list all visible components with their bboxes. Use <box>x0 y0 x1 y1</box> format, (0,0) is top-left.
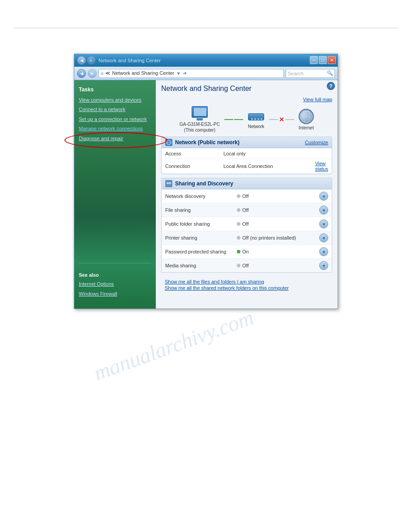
title-forward-btn[interactable]: ▶ <box>87 56 96 65</box>
sharing-row-printer: Printer sharing Off (no printers install… <box>162 231 332 245</box>
forward-button[interactable]: ▶ <box>88 69 97 78</box>
line-seg-1 <box>224 119 233 120</box>
sharing-row-file: File sharing Off ▾ <box>162 203 332 217</box>
node-computer-label: GA-G31M-ES2L-PC(This computer) <box>180 121 220 133</box>
screen <box>194 108 206 116</box>
sidebar-item-connect[interactable]: Connect to a network <box>74 105 156 114</box>
public-folder-dot <box>237 222 240 226</box>
window-body: Tasks View computers and devices Connect… <box>74 80 338 309</box>
access-label: Access <box>165 151 223 156</box>
top-rule <box>13 28 398 28</box>
sidebar-item-manage[interactable]: Manage network connections <box>74 124 156 133</box>
network-diagram: GA-G31M-ES2L-PC(This computer) <box>161 106 332 133</box>
file-sharing-expand[interactable]: ▾ <box>319 206 328 215</box>
help-button[interactable]: ? <box>327 82 335 90</box>
connector-1 <box>224 119 243 120</box>
node-network: Network <box>248 111 265 129</box>
node-internet: Internet <box>299 109 314 130</box>
sharing-section-title: Sharing and Discovery <box>175 180 233 187</box>
title-bar: ◀ ▶ Network and Sharing Center ─ □ ✕ <box>74 54 338 67</box>
sidebar-item-internet-options[interactable]: Internet Options <box>74 279 156 289</box>
printer-sharing-expand[interactable]: ▾ <box>319 233 328 242</box>
customize-link[interactable]: Customize <box>305 140 328 145</box>
access-row: Access Local only <box>162 148 332 159</box>
hub-icon <box>248 111 265 123</box>
line-seg-4 <box>285 119 294 120</box>
address-icon: ≡ <box>101 71 103 76</box>
media-sharing-label: Media sharing <box>165 263 237 268</box>
main-content: Network and Sharing Center View full map… <box>156 80 338 309</box>
node-computer: GA-G31M-ES2L-PC(This computer) <box>180 106 220 133</box>
discovery-dot <box>237 194 240 198</box>
address-text: ≪ Network and Sharing Center <box>105 70 174 76</box>
network-section: Network (Public network) Customize Acces… <box>161 137 332 174</box>
password-sharing-value: On <box>237 249 319 254</box>
node-network-label: Network <box>248 124 265 129</box>
address-bar: ◀ ▶ ≡ ≪ Network and Sharing Center ▼ ➜ S… <box>74 67 338 80</box>
password-sharing-dot <box>237 250 240 253</box>
page-title: Network and Sharing Center <box>161 85 332 93</box>
watermark: manualarchivy.com <box>90 305 257 385</box>
sidebar-item-view-computers[interactable]: View computers and devices <box>74 95 156 105</box>
line-seg-2 <box>234 119 243 120</box>
view-full-map-link[interactable]: View full map <box>303 97 332 102</box>
maximize-button[interactable]: □ <box>319 56 327 64</box>
address-dropdown-icon[interactable]: ▼ <box>176 71 181 76</box>
hub-port-2 <box>254 118 256 120</box>
sidebar-tasks-label: Tasks <box>74 85 156 95</box>
view-status-link[interactable]: View status <box>315 161 328 172</box>
printer-sharing-dot <box>237 236 240 240</box>
search-field[interactable]: Search 🔍 <box>286 69 335 78</box>
password-sharing-expand[interactable]: ▾ <box>319 247 328 256</box>
discovery-expand[interactable]: ▾ <box>319 192 328 201</box>
show-folders-link[interactable]: Show me all the shared network folders o… <box>165 285 329 291</box>
globe-icon <box>299 109 314 124</box>
discovery-value: Off <box>237 193 319 199</box>
connection-row: Connection Local Area Connection View st… <box>162 159 332 174</box>
file-sharing-value: Off <box>237 207 319 213</box>
sidebar-item-windows-firewall[interactable]: Windows Firewall <box>74 289 156 299</box>
main-window: ◀ ▶ Network and Sharing Center ─ □ ✕ ◀ ▶… <box>74 54 338 309</box>
file-sharing-dot <box>237 208 240 212</box>
node-internet-label: Internet <box>299 125 314 130</box>
discovery-label: Network discovery <box>165 193 237 199</box>
sidebar: Tasks View computers and devices Connect… <box>74 80 156 309</box>
svg-rect-8 <box>167 182 169 184</box>
navigate-icon[interactable]: ➜ <box>183 70 187 76</box>
password-sharing-label: Password protected sharing <box>165 249 237 254</box>
printer-sharing-label: Printer sharing <box>165 235 237 240</box>
hub-body <box>248 113 264 120</box>
sharing-row-discovery: Network discovery Off ▾ <box>162 189 332 203</box>
network-section-title: Network (Public network) <box>175 139 240 146</box>
file-sharing-label: File sharing <box>165 207 237 213</box>
hub-ports <box>251 118 262 120</box>
public-folder-label: Public folder sharing <box>165 221 237 227</box>
title-text: Network and Sharing Center <box>98 58 161 63</box>
bottom-links: Show me all the files and folders I am s… <box>161 276 332 294</box>
close-button[interactable]: ✕ <box>328 56 336 64</box>
sharing-row-public: Public folder sharing Off ▾ <box>162 217 332 231</box>
network-section-icon <box>165 139 172 146</box>
back-button[interactable]: ◀ <box>77 69 86 78</box>
line-seg-3 <box>269 119 278 120</box>
sidebar-item-setup[interactable]: Set up a connection or network <box>74 115 156 124</box>
minimize-button[interactable]: ─ <box>310 56 318 64</box>
hub-port-4 <box>261 118 262 120</box>
sidebar-item-diagnose[interactable]: Diagnose and repair <box>74 134 156 143</box>
network-section-header: Network (Public network) Customize <box>162 137 332 148</box>
title-back-btn[interactable]: ◀ <box>77 56 86 65</box>
sharing-section-icon <box>165 180 172 187</box>
connector-2: ✕ <box>269 116 294 123</box>
title-bar-buttons: ─ □ ✕ <box>310 56 336 64</box>
show-files-link[interactable]: Show me all the files and folders I am s… <box>165 279 329 284</box>
network-map: View full map GA-G31M-ES2L-PC(This compu… <box>161 96 332 133</box>
sharing-row-media: Media sharing Off ▾ <box>162 259 332 272</box>
sharing-section: Sharing and Discovery Network discovery … <box>161 178 332 273</box>
hub-port-1 <box>251 118 253 120</box>
address-field[interactable]: ≡ ≪ Network and Sharing Center ▼ ➜ <box>98 69 284 78</box>
monitor <box>192 106 208 118</box>
media-sharing-expand[interactable]: ▾ <box>319 261 328 270</box>
public-folder-expand[interactable]: ▾ <box>319 219 328 228</box>
sidebar-see-also-label: See also <box>74 270 156 279</box>
access-value: Local only <box>223 151 328 156</box>
